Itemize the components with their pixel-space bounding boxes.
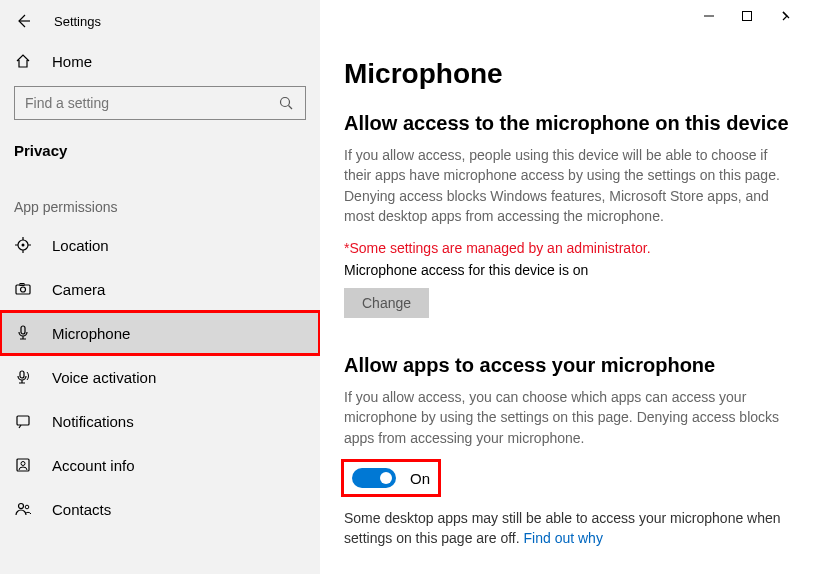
home-icon xyxy=(14,52,32,70)
camera-icon xyxy=(14,280,32,298)
close-button[interactable] xyxy=(778,9,792,23)
location-icon xyxy=(14,236,32,254)
svg-rect-7 xyxy=(20,371,24,378)
sidebar-item-label: Voice activation xyxy=(52,369,156,386)
section-device-access-desc: If you allow access, people using this d… xyxy=(344,145,784,226)
sidebar-item-label: Notifications xyxy=(52,413,134,430)
footnote: Some desktop apps may still be able to a… xyxy=(344,508,784,549)
section-apps-access-title: Allow apps to access your microphone xyxy=(344,354,806,377)
account-icon xyxy=(14,456,32,474)
sidebar-item-label: Microphone xyxy=(52,325,130,342)
svg-point-4 xyxy=(21,287,26,292)
toggle-state-label: On xyxy=(410,470,430,487)
svg-point-2 xyxy=(22,244,25,247)
home-label: Home xyxy=(52,53,92,70)
find-out-why-link[interactable]: Find out why xyxy=(524,530,603,546)
search-field[interactable] xyxy=(25,95,277,111)
svg-point-0 xyxy=(281,98,290,107)
search-input[interactable] xyxy=(14,86,306,120)
window-title: Settings xyxy=(54,14,101,29)
section-device-access-title: Allow access to the microphone on this d… xyxy=(344,112,806,135)
svg-point-10 xyxy=(21,462,25,466)
admin-note: *Some settings are managed by an adminis… xyxy=(344,240,806,256)
category-label: Privacy xyxy=(0,134,320,179)
sidebar-item-camera[interactable]: Camera xyxy=(0,267,320,311)
sidebar-item-label: Location xyxy=(52,237,109,254)
svg-point-11 xyxy=(19,504,24,509)
sidebar-item-label: Contacts xyxy=(52,501,111,518)
apps-access-toggle[interactable] xyxy=(352,468,396,488)
sidebar-item-microphone[interactable]: Microphone xyxy=(0,311,320,355)
sidebar-item-location[interactable]: Location xyxy=(0,223,320,267)
section-label: App permissions xyxy=(0,179,320,223)
maximize-button[interactable] xyxy=(740,9,754,23)
page-title: Microphone xyxy=(344,58,806,90)
minimize-button[interactable] xyxy=(702,9,716,23)
change-button[interactable]: Change xyxy=(344,288,429,318)
device-access-status: Microphone access for this device is on xyxy=(344,262,806,278)
back-icon[interactable] xyxy=(14,12,32,30)
svg-rect-8 xyxy=(17,416,29,425)
apps-access-toggle-row: On xyxy=(344,462,438,494)
section-apps-access-desc: If you allow access, you can choose whic… xyxy=(344,387,784,448)
sidebar-item-notifications[interactable]: Notifications xyxy=(0,399,320,443)
notifications-icon xyxy=(14,412,32,430)
sidebar: Settings Home Privacy App permissions Lo… xyxy=(0,0,320,574)
svg-rect-3 xyxy=(16,285,30,294)
sidebar-item-contacts[interactable]: Contacts xyxy=(0,487,320,531)
svg-rect-13 xyxy=(743,12,752,21)
svg-point-12 xyxy=(25,505,29,509)
sidebar-item-account-info[interactable]: Account info xyxy=(0,443,320,487)
microphone-icon xyxy=(14,324,32,342)
content-area: Microphone Allow access to the microphon… xyxy=(320,0,816,574)
sidebar-item-voice-activation[interactable]: Voice activation xyxy=(0,355,320,399)
contacts-icon xyxy=(14,500,32,518)
sidebar-item-label: Account info xyxy=(52,457,135,474)
sidebar-item-home[interactable]: Home xyxy=(0,42,320,80)
svg-rect-6 xyxy=(21,326,25,334)
voice-icon xyxy=(14,368,32,386)
sidebar-item-label: Camera xyxy=(52,281,105,298)
search-icon xyxy=(277,94,295,112)
